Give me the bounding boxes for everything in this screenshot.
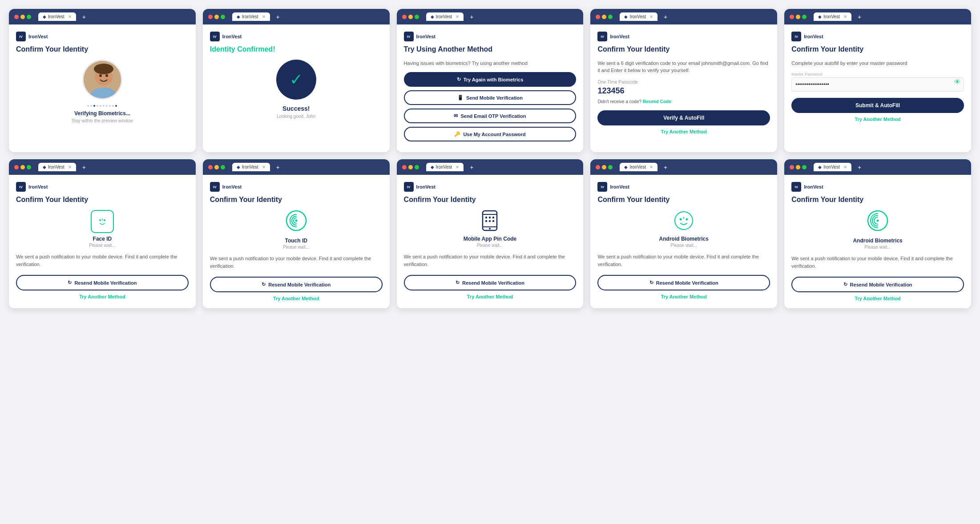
dot-red-2[interactable]	[208, 15, 213, 19]
dot-red-6[interactable]	[14, 165, 19, 169]
dot-yellow-5[interactable]	[796, 15, 800, 19]
tab-close-3[interactable]: ✕	[456, 14, 459, 19]
dot-yellow-8[interactable]	[408, 165, 413, 169]
biometric-icon-area-10: Android Biometrics Please wait...	[791, 210, 964, 250]
eye-icon[interactable]: 👁	[954, 78, 960, 85]
browser-tab-3[interactable]: ◆ IronVest ✕	[426, 12, 464, 21]
dot-yellow-9[interactable]	[602, 165, 606, 169]
dot-yellow-4[interactable]	[602, 15, 606, 19]
tab-close-9[interactable]: ✕	[649, 165, 653, 169]
browser-tab-8[interactable]: ◆ IronVest ✕	[426, 163, 464, 171]
tab-icon-4: ◆	[624, 14, 628, 19]
card-mobile-pin: ◆ IronVest ✕ + IV IronVest Confirm Your …	[397, 159, 584, 308]
tab-plus-8[interactable]: +	[470, 164, 473, 171]
tab-icon-3: ◆	[431, 14, 434, 19]
use-password-button[interactable]: 🔑 Use My Account Password	[404, 127, 577, 141]
dot-yellow-6[interactable]	[20, 165, 25, 169]
dot-green-9[interactable]	[608, 165, 613, 169]
tab-plus-5[interactable]: +	[858, 13, 861, 20]
browser-tab-6[interactable]: ◆ IronVest ✕	[38, 163, 76, 171]
dot-yellow-1[interactable]	[20, 15, 25, 19]
try-another-4[interactable]: Try Another Method	[597, 129, 770, 134]
dot-red-4[interactable]	[596, 15, 600, 19]
tab-plus-10[interactable]: +	[858, 164, 861, 171]
try-biometrics-button[interactable]: ↻ Try Again with Biometrics	[404, 72, 577, 87]
resend-mobile-button-9[interactable]: ↻ Resend Mobile Verification	[597, 275, 770, 290]
dot-yellow-2[interactable]	[214, 15, 219, 19]
tab-close-7[interactable]: ✕	[262, 165, 266, 169]
dot-green-8[interactable]	[415, 165, 419, 169]
tab-plus-6[interactable]: +	[82, 164, 86, 171]
browser-tab-5[interactable]: ◆ IronVest ✕	[814, 12, 851, 21]
dot-green-5[interactable]	[802, 15, 807, 19]
tab-close-2[interactable]: ✕	[262, 14, 266, 19]
card-title-4: Confirm Your Identity	[597, 45, 770, 54]
push-text-10: We sent a push notification to your mobi…	[791, 255, 964, 270]
dot-green-4[interactable]	[608, 15, 613, 19]
brand-logo-9: IV	[597, 182, 607, 192]
dot-green-2[interactable]	[221, 15, 225, 19]
browser-bar-2: ◆ IronVest ✕ +	[203, 9, 390, 24]
resend-icon-6: ↻	[68, 280, 72, 286]
browser-tab-10[interactable]: ◆ IronVest ✕	[814, 163, 851, 171]
dot-yellow-3[interactable]	[408, 15, 413, 19]
tab-close-6[interactable]: ✕	[68, 165, 72, 169]
browser-tab-9[interactable]: ◆ IronVest ✕	[620, 163, 657, 171]
dot-red-10[interactable]	[790, 165, 794, 169]
card-body-10: IV IronVest Confirm Your Identity Androi…	[784, 175, 971, 308]
try-another-7[interactable]: Try Another Method	[210, 296, 383, 301]
dot-red-8[interactable]	[402, 165, 407, 169]
dot-red-1[interactable]	[14, 15, 19, 19]
dot-green-6[interactable]	[27, 165, 31, 169]
try-another-6[interactable]: Try Another Method	[16, 294, 189, 299]
master-password-input[interactable]	[791, 77, 964, 92]
browser-tab-7[interactable]: ◆ IronVest ✕	[232, 163, 270, 171]
tab-plus-1[interactable]: +	[82, 13, 86, 20]
dot-yellow-10[interactable]	[796, 165, 800, 169]
dot-yellow-7[interactable]	[214, 165, 219, 169]
dot-green-1[interactable]	[27, 15, 31, 19]
try-another-5[interactable]: Try Another Method	[791, 117, 964, 122]
tab-close-10[interactable]: ✕	[843, 165, 847, 169]
android-face-svg	[673, 210, 694, 231]
resend-mobile-button-10[interactable]: ↻ Resend Mobile Verification	[791, 277, 964, 292]
tab-close-1[interactable]: ✕	[68, 14, 72, 19]
tab-close-5[interactable]: ✕	[843, 14, 847, 19]
try-another-9[interactable]: Try Another Method	[597, 294, 770, 299]
tab-label-10: IronVest	[823, 165, 840, 169]
tab-plus-3[interactable]: +	[470, 13, 473, 20]
browser-tab-1[interactable]: ◆ IronVest ✕	[38, 12, 76, 21]
browser-tab-4[interactable]: ◆ IronVest ✕	[620, 12, 657, 21]
tab-close-4[interactable]: ✕	[649, 14, 653, 19]
browser-tab-2[interactable]: ◆ IronVest ✕	[232, 12, 270, 21]
dot-red-7[interactable]	[208, 165, 213, 169]
send-mobile-button[interactable]: 📱 Send Mobile Verification	[404, 90, 577, 105]
mobile-pin-svg	[481, 210, 499, 231]
tab-plus-9[interactable]: +	[664, 164, 667, 171]
verify-autofill-button[interactable]: Verify & AutoFill	[597, 110, 770, 125]
resend-mobile-button-7[interactable]: ↻ Resend Mobile Verification	[210, 277, 383, 292]
otp-label: One-Time Passcode	[597, 80, 770, 85]
tab-plus-7[interactable]: +	[276, 164, 280, 171]
try-another-10[interactable]: Try Another Method	[791, 296, 964, 301]
push-text-7: We sent a push notification to your mobi…	[210, 255, 383, 270]
biometric-label-8: Mobile App Pin Code	[464, 236, 517, 242]
submit-autofill-button[interactable]: Submit & AutoFill	[791, 98, 964, 113]
dot-red-3[interactable]	[402, 15, 407, 19]
tab-plus-2[interactable]: +	[276, 13, 280, 20]
dot-red-5[interactable]	[790, 15, 794, 19]
tab-plus-4[interactable]: +	[664, 13, 667, 20]
dot-green-3[interactable]	[415, 15, 419, 19]
try-another-8[interactable]: Try Another Method	[404, 294, 577, 299]
dot-red-9[interactable]	[596, 165, 600, 169]
tab-icon-6: ◆	[43, 165, 46, 169]
please-wait-7: Please wait...	[283, 245, 309, 250]
resend-mobile-button-6[interactable]: ↻ Resend Mobile Verification	[16, 275, 189, 290]
resend-code-link[interactable]: Resend Code	[643, 99, 671, 104]
tab-close-8[interactable]: ✕	[456, 165, 459, 169]
dot-green-10[interactable]	[802, 165, 807, 169]
dot-green-7[interactable]	[221, 165, 225, 169]
resend-mobile-button-8[interactable]: ↻ Resend Mobile Verification	[404, 275, 577, 290]
brand-logo-7: IV	[210, 182, 220, 192]
send-email-button[interactable]: ✉ Send Email OTP Verification	[404, 109, 577, 123]
